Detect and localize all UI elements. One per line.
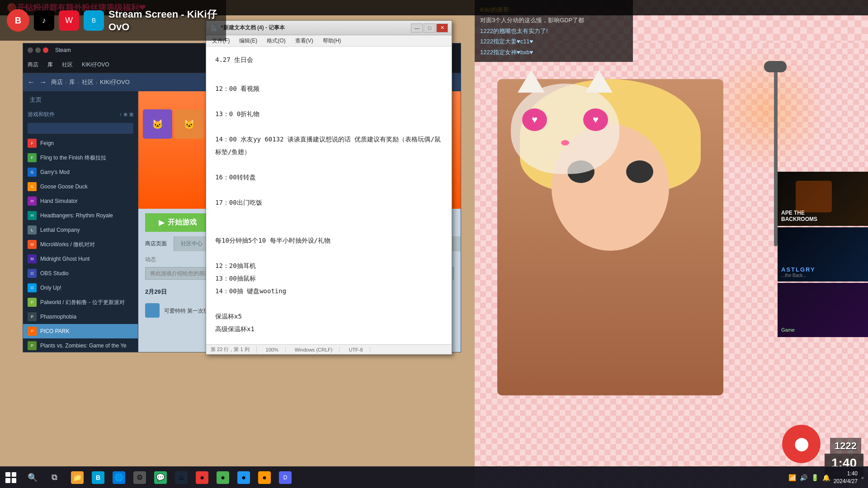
notepad-menu-edit[interactable]: 编辑(E) (236, 36, 261, 46)
taskbar-app-explorer[interactable]: 📁 (67, 468, 87, 488)
game-thumb-astro: ASTLGRY ...the Back... (778, 227, 868, 282)
notepad-blank-10 (215, 335, 443, 342)
notepad-encoding: UTF-8 (349, 347, 370, 352)
taskbar-search-button[interactable]: 🔍 (22, 467, 43, 488)
steam-nav-username[interactable]: KIKi仔OVO (82, 61, 109, 69)
steam-nav-library[interactable]: 库 (47, 61, 53, 69)
game-list-item[interactable]: O OBS Studio (23, 266, 138, 281)
start-square-2 (12, 472, 17, 477)
bilibili-logo-icon[interactable]: B (7, 9, 29, 32)
notepad-line-video: 12：00 看视频 (215, 82, 443, 95)
steam-nav-community[interactable]: 社区 (62, 61, 73, 69)
sidebar-grid-icon[interactable]: ⊞ (129, 112, 133, 117)
tiktok-icon[interactable]: ♪ (34, 10, 54, 31)
game-list-item[interactable]: P Phasmophobia (23, 310, 138, 324)
steam-back-button[interactable]: ← (28, 78, 35, 86)
game-thumbnails: APE THE BACKROOMS ASTLGRY ...the Back... (778, 172, 868, 282)
taskview-icon: ⧉ (52, 473, 57, 482)
start-square-1 (5, 472, 10, 477)
tray-time-text: 1:40 (834, 470, 858, 478)
taskbar-app-discord[interactable]: D (275, 468, 295, 488)
steam-nav-store[interactable]: 商店 (28, 61, 38, 69)
notepad-menu-view[interactable]: 查看(V) (292, 36, 317, 46)
taskbar-app-settings[interactable]: ⚙ (130, 468, 150, 488)
browser-icon: 🌐 (113, 471, 125, 484)
notepad-window-controls: — □ ✕ (411, 23, 448, 33)
bili-icon[interactable]: B (84, 10, 104, 31)
breadcrumb-username[interactable]: KIKi仔OVO (100, 78, 130, 86)
game-list-item[interactable]: P Palworld / 幻兽帕鲁 - 位于更新派对 (23, 295, 138, 310)
game-list-item[interactable]: H Hand Simulator (23, 194, 138, 208)
taskbar-app-wechat[interactable]: 💬 (151, 468, 170, 488)
breadcrumb-library[interactable]: 库 (69, 78, 75, 86)
taskbar-app-misc4[interactable]: ● (255, 468, 274, 488)
game-list-item[interactable]: F Fling to the Finish 终极拉拉 (23, 150, 138, 165)
steam-win-minimize[interactable] (28, 47, 33, 53)
sidebar-section-label: 游戏和软件 (28, 111, 55, 118)
notepad-menu-help[interactable]: 帮助(H) (319, 36, 345, 46)
steam-forward-button[interactable]: → (39, 78, 47, 86)
game-list-item[interactable]: G Goose Goose Duck (23, 179, 138, 194)
heart-icon-right: ♥ (593, 114, 599, 126)
mic-stand (774, 66, 778, 246)
game-list-item[interactable]: M MicroWorks / 微机对对 (23, 237, 138, 252)
tab-community[interactable]: 社区中心 (174, 236, 210, 251)
taskbar-app-misc2[interactable]: ● (213, 468, 233, 488)
play-game-button[interactable]: ▶ 开始游戏 (145, 213, 210, 232)
game-name-onlyup: Only Up! (40, 285, 61, 291)
thumb-third-label: Game (781, 327, 795, 333)
taskbar-app-bili[interactable]: B (88, 468, 108, 488)
notepad-close-button[interactable]: ✕ (436, 23, 448, 33)
tray-network-icon[interactable]: 📶 (788, 474, 796, 481)
notepad-blank-1 (215, 70, 443, 82)
game-list-item[interactable]: G Garry's Mod (23, 165, 138, 179)
streamer-name: Stream Screen - KiKi仔OvO (108, 8, 219, 33)
game-list-item[interactable]: L Lethal Company (23, 223, 138, 237)
tray-clock[interactable]: 1:40 2024/4/27 (834, 470, 858, 485)
taskbar-app-misc3[interactable]: ● (234, 468, 254, 488)
game-list-item[interactable]: H Headbangers: Rhythm Royale (23, 208, 138, 223)
file-explorer-icon: 📁 (71, 471, 84, 484)
tray-show-desktop-icon[interactable]: ▫ (861, 474, 863, 481)
notepad-text-area[interactable]: 4.27 生日会 12：00 看视频 13：0 0折礼物 14：00 水友yy … (206, 47, 452, 342)
game-list-item-active[interactable]: P PICO PARK (23, 324, 138, 338)
sidebar-filter-icon[interactable]: ⊕ (123, 112, 127, 117)
game-list-item[interactable]: M Midnight Ghost Hunt (23, 252, 138, 266)
sidebar-sort-icon[interactable]: ↑ (119, 112, 122, 117)
tray-notification-icon[interactable]: 🔔 (822, 474, 830, 481)
tray-battery-icon[interactable]: 🔋 (811, 474, 819, 481)
game-list-item[interactable]: F Feign (23, 136, 138, 150)
breadcrumb-community[interactable]: 社区 (82, 78, 94, 86)
weibo-icon[interactable]: W (59, 10, 79, 31)
notepad-menu-format[interactable]: 格式(O) (263, 36, 289, 46)
app-blue-icon: ● (237, 471, 250, 484)
game-list-item[interactable]: O Only Up! (23, 281, 138, 295)
settings-icon: ⚙ (133, 471, 146, 484)
notepad-line-dinner: 17：00出门吃饭 (215, 196, 443, 209)
taskbar-app-misc1[interactable]: ● (192, 468, 212, 488)
notepad-blank-5 (215, 183, 443, 196)
bilibili-taskbar-icon: B (92, 471, 104, 484)
sidebar-home-label[interactable]: 主页 (23, 91, 138, 108)
taskbar-app-steam[interactable]: ♨ (171, 468, 191, 488)
game-list-item[interactable]: P Plants vs. Zombies: Game of the Ye (23, 338, 138, 352)
game-name-micro: MicroWorks / 微机对对 (40, 241, 95, 249)
start-button[interactable] (0, 467, 22, 488)
taskbar-app-browser[interactable]: 🌐 (109, 468, 129, 488)
notepad-minimize-button[interactable]: — (411, 23, 423, 33)
taskbar-taskview-button[interactable]: ⧉ (43, 467, 65, 488)
breadcrumb-store[interactable]: 商店 (51, 78, 63, 86)
tray-volume-icon[interactable]: 🔊 (800, 474, 807, 481)
game-name-palworld: Palworld / 幻兽帕鲁 - 位于更新派对 (40, 299, 125, 306)
tab-store-page[interactable]: 商店页面 (138, 236, 174, 251)
game-thumb-third: Game (778, 283, 868, 337)
steam-win-close[interactable] (43, 47, 48, 53)
notepad-maximize-button[interactable]: □ (424, 23, 435, 33)
steam-win-maximize[interactable] (35, 47, 41, 53)
notepad-blank-9 (215, 297, 443, 310)
thumb-ape-label2: BACKROOMS (781, 216, 817, 222)
play-button-label: 开始游戏 (168, 218, 197, 227)
username-1222-shen: 1222指定女神♥bxb♥ (480, 49, 533, 56)
discord-icon: D (279, 471, 292, 484)
sidebar-search-input[interactable] (28, 123, 133, 134)
